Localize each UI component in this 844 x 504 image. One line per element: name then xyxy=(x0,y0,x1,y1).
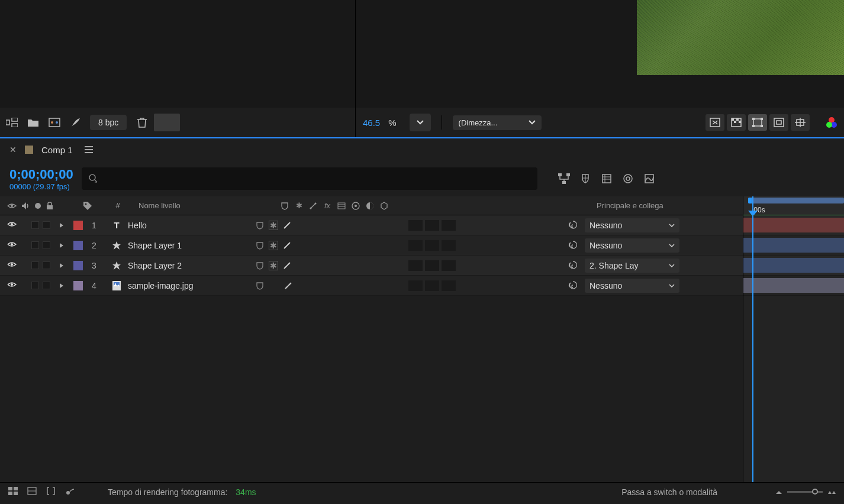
timeline-tracks[interactable]: :00s xyxy=(743,196,844,482)
parent-dropdown[interactable]: Nessuno xyxy=(585,218,679,232)
visibility-toggle[interactable] xyxy=(7,261,17,270)
layer-row[interactable]: 4 sample-image.jpg Nessuno xyxy=(0,276,743,296)
zoom-dropdown[interactable] xyxy=(410,114,431,131)
close-tab-icon[interactable]: ✕ xyxy=(9,145,17,154)
layer-name[interactable]: Shape Layer 1 xyxy=(128,241,182,250)
track-matte-box[interactable] xyxy=(425,260,439,271)
fast-preview-icon[interactable] xyxy=(706,114,724,131)
layer-bar[interactable] xyxy=(743,238,844,253)
layers-empty-area[interactable] xyxy=(0,296,743,482)
layer-row[interactable]: 3 Shape Layer 2 ✱ 2. Shape Lay xyxy=(0,256,743,276)
flow-icon[interactable] xyxy=(5,115,19,130)
quality-switch[interactable] xyxy=(282,240,292,251)
layer-name[interactable]: sample-image.jpg xyxy=(128,281,194,290)
solo-toggle[interactable] xyxy=(31,241,39,249)
preserve-box[interactable] xyxy=(442,220,456,231)
preserve-box[interactable] xyxy=(442,240,456,251)
expand-layer-icon[interactable] xyxy=(59,243,67,248)
audio-column-icon[interactable] xyxy=(21,202,30,210)
solo-toggle[interactable] xyxy=(31,221,39,229)
lock-toggle[interactable] xyxy=(43,241,50,249)
shy-switch[interactable] xyxy=(255,220,265,231)
shy-switch[interactable] xyxy=(255,260,265,271)
timeline-track[interactable] xyxy=(743,256,844,276)
shy-switch[interactable] xyxy=(255,240,265,251)
preserve-box[interactable] xyxy=(442,260,456,271)
pickwhip-icon[interactable] xyxy=(568,240,579,251)
quality-switch[interactable] xyxy=(283,280,294,291)
collapse-switch[interactable]: ✱ xyxy=(269,261,278,270)
pickwhip-icon[interactable] xyxy=(568,220,579,231)
eye-column-icon[interactable] xyxy=(7,202,17,209)
layer-toggle-icon[interactable] xyxy=(27,487,38,497)
render-icon[interactable] xyxy=(65,487,76,497)
transparency-grid-icon[interactable] xyxy=(727,114,746,131)
zoom-out-icon[interactable] xyxy=(775,490,782,495)
folder-icon[interactable] xyxy=(26,115,40,130)
playhead-line[interactable] xyxy=(752,196,753,482)
timeline-track[interactable] xyxy=(743,215,844,235)
layer-bar[interactable] xyxy=(743,278,844,293)
brackets-icon[interactable] xyxy=(46,487,57,497)
parent-dropdown[interactable]: 2. Shape Lay xyxy=(585,259,679,273)
layer-row[interactable]: 2 Shape Layer 1 ✱ Nessuno xyxy=(0,235,743,256)
zoom-in-icon[interactable] xyxy=(827,490,836,495)
parent-column[interactable]: Principale e collega xyxy=(586,201,743,210)
layer-bar[interactable] xyxy=(743,258,844,273)
lock-toggle[interactable] xyxy=(43,221,50,229)
quality-switch[interactable] xyxy=(282,220,292,231)
comp-flow-icon[interactable] xyxy=(558,172,571,185)
layer-label-color[interactable] xyxy=(73,241,83,250)
comp-icon[interactable] xyxy=(47,115,62,130)
blend-mode-box[interactable] xyxy=(408,240,423,251)
tab-title[interactable]: Comp 1 xyxy=(41,145,73,155)
panel-menu-icon[interactable] xyxy=(85,146,93,153)
layer-label-color[interactable] xyxy=(73,221,83,230)
expand-layer-icon[interactable] xyxy=(59,283,67,289)
expand-layer-icon[interactable] xyxy=(59,222,67,228)
track-matte-box[interactable] xyxy=(425,240,439,251)
toggle-switches-icon[interactable] xyxy=(8,487,19,497)
timecode[interactable]: 0;00;00;00 xyxy=(9,167,73,182)
thumbnail-box[interactable] xyxy=(154,114,180,131)
pickwhip-icon[interactable] xyxy=(568,260,579,271)
preserve-box[interactable] xyxy=(442,280,456,291)
switch-modes-button[interactable]: Passa a switch o modalità xyxy=(621,487,717,497)
timeline-track[interactable] xyxy=(743,235,844,256)
shy-switch[interactable] xyxy=(255,280,265,291)
visibility-toggle[interactable] xyxy=(7,241,17,250)
parent-dropdown[interactable]: Nessuno xyxy=(585,279,679,293)
quality-switch[interactable] xyxy=(282,260,292,271)
lock-toggle[interactable] xyxy=(43,261,50,269)
expand-layer-icon[interactable] xyxy=(59,263,67,269)
grid-guides-icon[interactable] xyxy=(791,114,810,131)
collapse-switch[interactable]: ✱ xyxy=(269,221,278,230)
layer-search[interactable] xyxy=(82,167,537,190)
layer-row[interactable]: 1 T Hello ✱ Nessuno xyxy=(0,215,743,235)
resolution-dropdown[interactable]: (Dimezza... xyxy=(453,115,542,130)
name-column[interactable]: Nome livello xyxy=(129,201,278,210)
visibility-toggle[interactable] xyxy=(7,281,17,290)
solo-toggle[interactable] xyxy=(31,261,39,269)
pickwhip-icon[interactable] xyxy=(568,280,579,291)
track-matte-box[interactable] xyxy=(425,280,439,291)
channel-icon[interactable] xyxy=(826,117,837,128)
parent-dropdown[interactable]: Nessuno xyxy=(585,238,679,253)
region-of-interest-icon[interactable] xyxy=(769,114,788,131)
solo-toggle[interactable] xyxy=(31,282,39,289)
lock-column-icon[interactable] xyxy=(46,202,53,210)
trash-icon[interactable] xyxy=(137,117,147,128)
visibility-toggle[interactable] xyxy=(7,221,17,230)
draft-3d-icon[interactable] xyxy=(579,172,592,185)
label-column-icon[interactable] xyxy=(83,201,107,211)
blend-mode-box[interactable] xyxy=(408,260,423,271)
collapse-switch[interactable]: ✱ xyxy=(269,241,278,250)
layer-label-color[interactable] xyxy=(73,281,83,290)
layer-name[interactable]: Shape Layer 2 xyxy=(128,261,182,270)
search-input[interactable] xyxy=(103,174,530,183)
layer-label-color[interactable] xyxy=(73,261,83,270)
track-matte-box[interactable] xyxy=(425,220,439,231)
number-column[interactable]: # xyxy=(107,201,129,210)
blend-mode-box[interactable] xyxy=(408,220,423,231)
mask-visibility-icon[interactable] xyxy=(748,114,767,131)
